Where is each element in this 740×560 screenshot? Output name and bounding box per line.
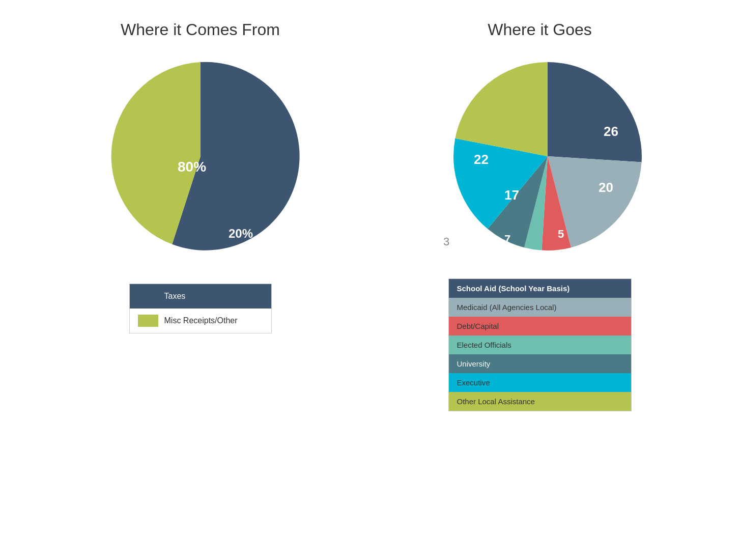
right-legend-item-university: University [449,354,631,373]
right-legend-label-other-local: Other Local Assistance [457,397,535,406]
right-legend-item-school-aid: School Aid (School Year Basis) [449,279,631,298]
right-label-medicaid: 20 [599,180,613,195]
right-label-school-aid: 26 [604,124,618,139]
right-legend: School Aid (School Year Basis) Medicaid … [448,278,632,411]
left-label-taxes: 80% [178,159,206,175]
right-legend-label-school-aid: School Aid (School Year Basis) [457,284,570,293]
right-legend-label-debt: Debt/Capital [457,322,499,330]
right-label-executive: 17 [504,187,519,203]
left-legend-item-taxes: Taxes [130,284,271,309]
left-legend-color-taxes [138,290,158,302]
left-chart-title: Where it Comes From [121,20,280,39]
right-legend-item-other-local: Other Local Assistance [449,392,631,411]
right-legend-item-medicaid: Medicaid (All Agencies Local) [449,298,631,317]
right-pie-chart: 26 20 5 3 7 17 22 [438,54,657,268]
right-legend-label-executive: Executive [457,378,490,387]
left-legend: Taxes Misc Receipts/Other [129,284,272,333]
left-pie-chart: 80% 20% [99,54,302,258]
right-slice-school-aid [548,62,642,162]
left-legend-label-taxes: Taxes [164,292,186,301]
left-label-misc: 20% [229,227,253,240]
left-legend-item-misc: Misc Receipts/Other [130,309,271,333]
right-chart-section: Where it Goes [370,20,709,540]
right-legend-label-elected: Elected Officials [457,341,511,349]
right-pie-wrapper: 26 20 5 3 7 17 22 [438,54,642,258]
left-chart-section: Where it Comes From 80% 20% Taxes [31,20,370,540]
right-legend-label-university: University [457,359,491,368]
right-legend-item-elected: Elected Officials [449,335,631,354]
right-legend-item-executive: Executive [449,373,631,392]
right-label-elected: 3 [443,235,449,248]
right-label-university: 7 [504,233,510,245]
right-legend-label-medicaid: Medicaid (All Agencies Local) [457,303,557,312]
right-label-debt: 5 [558,228,564,240]
left-pie-wrapper: 80% 20% [99,54,302,258]
right-legend-item-debt: Debt/Capital [449,317,631,335]
left-legend-label-misc: Misc Receipts/Other [164,316,238,325]
right-chart-title: Where it Goes [488,20,592,39]
right-label-other-local: 22 [474,152,489,167]
left-legend-color-misc [138,315,158,327]
